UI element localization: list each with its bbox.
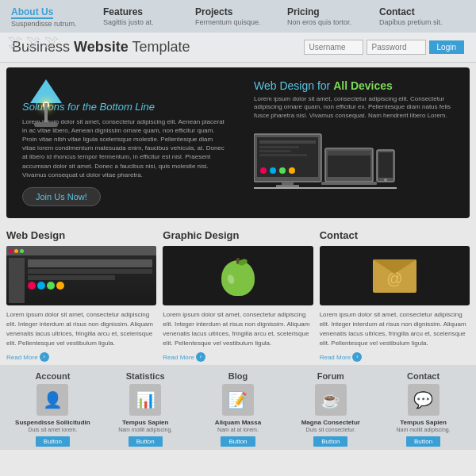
col-graphicdesign: Graphic Design Lorem ipsum dolor sit ame… — [163, 229, 313, 362]
hero-right: Web Design for All Devices Lorem ipsum d… — [242, 67, 470, 218]
svg-rect-2 — [259, 140, 316, 144]
footer-btn[interactable]: Button — [221, 436, 255, 447]
col-webdesign-readmore[interactable]: Read More › — [6, 352, 156, 362]
readmore-arrow-icon2: › — [196, 352, 205, 362]
svg-rect-14 — [328, 151, 370, 155]
footer-col-contact: Contact 💬 Tempus Sapien Nam mollit adipi… — [377, 371, 470, 447]
three-columns: Web Design — [0, 223, 476, 365]
svg-rect-17 — [378, 152, 393, 178]
readmore-arrow-icon3: › — [352, 352, 362, 362]
col-contact-title: Contact — [320, 229, 470, 241]
footer-col-title: Forum — [287, 371, 374, 381]
footer-icon: 👤 — [36, 384, 68, 416]
footer-btn[interactable]: Button — [129, 436, 163, 447]
footer-item-sub: Nam mollit adipiscing. — [102, 426, 189, 433]
col-webdesign-text: Lorem ipsum dolor sit amet, consectetur … — [6, 310, 156, 348]
nav-sub: Suspendisse rutrum. — [11, 20, 97, 28]
footer-btn[interactable]: Button — [313, 436, 347, 447]
hero-section: Solutions for the Bottom Line Lorem ipsu… — [6, 67, 470, 218]
nav-sub: Sagittis justo at. — [103, 18, 189, 26]
nav-title: Contact — [379, 6, 465, 17]
nav-sub: Non eros quis tortor. — [287, 18, 373, 26]
nav-title: Features — [103, 6, 189, 17]
sidebar-item-contact[interactable]: ContactDapibus pretium sit. — [376, 6, 468, 26]
footer-icon: 📊 — [129, 384, 161, 416]
svg-point-7 — [270, 167, 276, 174]
footer-item-title: Aliquam Massa — [195, 419, 282, 426]
footer-icon: 💬 — [408, 384, 440, 416]
footer-col-title: Account — [10, 371, 96, 381]
header-form: Login — [304, 40, 464, 55]
password-input[interactable] — [367, 40, 426, 55]
footer-btn[interactable]: Button — [36, 436, 70, 447]
col-contact: Contact @ Lorem ipsum dolor sit amet, co… — [320, 229, 470, 362]
nav-title: Pricing — [287, 6, 373, 17]
sidebar-item-pricing[interactable]: PricingNon eros quis tortor. — [284, 6, 376, 26]
sidebar-item-features[interactable]: FeaturesSagittis justo at. — [100, 6, 192, 26]
footer-col-title: Blog — [195, 371, 282, 381]
svg-rect-11 — [276, 185, 299, 187]
readmore-arrow-icon: › — [40, 352, 49, 362]
nav-bar: About UsSuspendisse rutrum.FeaturesSagit… — [0, 0, 476, 33]
hero-left: Solutions for the Bottom Line Lorem ipsu… — [6, 67, 242, 218]
col-webdesign-image — [6, 246, 156, 305]
svg-rect-5 — [259, 154, 307, 156]
footer-col-statistics: Statistics 📊 Tempus Sapien Nam mollit ad… — [99, 371, 192, 447]
page-footer: Account 👤 Suspendisse Sollicitudin Duis … — [0, 365, 476, 450]
footer-col-title: Contact — [380, 371, 466, 381]
footer-item-sub: Nam mollit adipiscing. — [380, 426, 466, 433]
nav-title: About Us — [11, 6, 53, 19]
footer-icon: ☕ — [315, 384, 347, 416]
footer-item-sub: Duis sit consectetur. — [287, 426, 374, 433]
footer-item-title: Magna Consectetur — [287, 419, 374, 426]
svg-rect-4 — [259, 150, 291, 152]
username-input[interactable] — [304, 40, 363, 55]
col-webdesign: Web Design — [6, 229, 156, 362]
sidebar-item-projects[interactable]: ProjectsFermentum quisque. — [192, 6, 284, 26]
nav-title: Projects — [195, 6, 281, 17]
footer-columns: Account 👤 Suspendisse Sollicitudin Duis … — [6, 371, 470, 447]
col-contact-image: @ — [320, 246, 470, 305]
svg-point-18 — [384, 178, 387, 182]
footer-col-title: Statistics — [102, 371, 189, 381]
sidebar-item-about[interactable]: About UsSuspendisse rutrum. — [8, 6, 100, 28]
footer-item-sub: Nam at at lorem. — [195, 426, 282, 433]
nav-sub: Dapibus pretium sit. — [379, 18, 465, 26]
footer-item-title: Tempus Sapien — [380, 419, 466, 426]
footer-btn[interactable]: Button — [406, 436, 440, 447]
col-graphicdesign-text: Lorem ipsum dolor sit amet, consectetur … — [163, 310, 313, 348]
header-birds: 🕊 🕊 🕊 — [8, 34, 59, 51]
svg-point-9 — [289, 167, 295, 174]
devices-illustration — [254, 126, 397, 198]
svg-point-8 — [279, 167, 286, 174]
footer-icon: 📝 — [222, 384, 254, 416]
login-button[interactable]: Login — [429, 40, 464, 54]
footer-item-title: Suspendisse Sollicitudin — [10, 419, 96, 426]
footer-item-sub: Duis sit amet lorem. — [10, 426, 96, 433]
svg-point-6 — [260, 167, 267, 174]
col-contact-text: Lorem ipsum dolor sit amet, consectetur … — [320, 310, 470, 348]
hero-right-text: Lorem ipsum dolor sit amet, consectetur … — [254, 95, 458, 120]
col-graphicdesign-readmore[interactable]: Read More › — [163, 352, 313, 362]
col-contact-readmore[interactable]: Read More › — [320, 352, 470, 362]
svg-rect-3 — [259, 146, 299, 148]
footer-item-title: Tempus Sapien — [102, 419, 189, 426]
footer-col-account: Account 👤 Suspendisse Sollicitudin Duis … — [6, 371, 99, 447]
svg-rect-15 — [321, 182, 377, 185]
col-graphicdesign-image — [163, 246, 313, 305]
footer-col-forum: Forum ☕ Magna Consectetur Duis sit conse… — [284, 371, 377, 447]
lamp-icon — [22, 79, 70, 94]
hero-right-title: Web Design for All Devices — [254, 79, 458, 92]
footer-col-blog: Blog 📝 Aliquam Massa Nam at at lorem. Bu… — [192, 371, 285, 447]
page-header: 🕊 🕊 🕊 Business Website Template Login — [0, 33, 476, 63]
col-webdesign-title: Web Design — [6, 229, 156, 241]
nav-sub: Fermentum quisque. — [195, 18, 281, 26]
join-us-button[interactable]: Join Us Now! — [22, 187, 101, 206]
col-graphicdesign-title: Graphic Design — [163, 229, 313, 241]
